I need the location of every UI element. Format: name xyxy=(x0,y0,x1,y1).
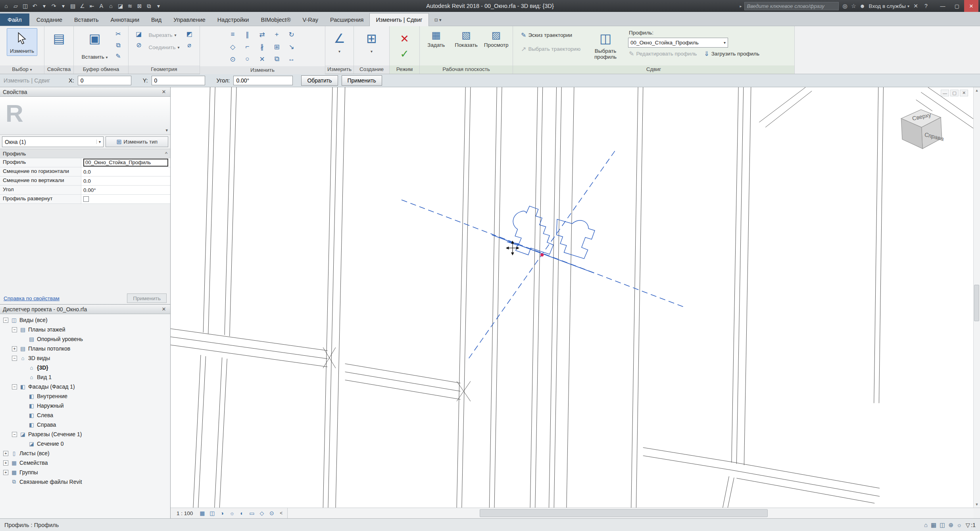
modify-tool-icon-11[interactable]: ○ xyxy=(241,54,254,65)
type-selector-dropdown[interactable]: Окна (1) ▾ xyxy=(2,136,104,147)
modify-tool-icon-9[interactable]: ↘ xyxy=(285,41,298,52)
tree-item[interactable]: −◧Фасады (Фасад 1) xyxy=(0,382,170,391)
tree-item[interactable]: ⌂{3D} xyxy=(0,363,170,372)
viewbar-tool-icon-3[interactable]: ☼ xyxy=(227,509,236,518)
aligned-dimension-icon[interactable]: ⇤ xyxy=(87,1,96,11)
expand-icon[interactable]: + xyxy=(12,346,17,351)
tree-item[interactable]: −◪Разрезы (Сечение 1) xyxy=(0,429,170,439)
tab-вид[interactable]: Вид xyxy=(145,13,167,26)
view-restore-button[interactable]: ▢ xyxy=(950,90,959,96)
tab-вставить[interactable]: Вставить xyxy=(68,13,104,26)
scale-button[interactable]: 1 : 100 xyxy=(173,509,196,518)
tree-item[interactable]: ◧Справа xyxy=(0,420,170,429)
scroll-down-icon[interactable]: ▼ xyxy=(975,501,979,508)
type-preview[interactable]: R ▾ xyxy=(0,97,170,135)
drawing-area[interactable]: Сверху Справа — ▢ ✕ ▲ ▼ xyxy=(171,87,980,518)
tree-item[interactable]: ◧Слева xyxy=(0,410,170,420)
tree-item[interactable]: −◫Виды (все) xyxy=(0,315,170,325)
expand-icon[interactable]: + xyxy=(3,460,8,466)
close-icon[interactable]: ✕ xyxy=(160,306,167,312)
collapse-icon[interactable]: − xyxy=(12,356,17,361)
flip-button[interactable]: Обратить xyxy=(301,75,338,86)
chevron-down-icon[interactable]: ▾ xyxy=(165,128,168,133)
favorites-icon[interactable]: ☆ xyxy=(850,3,858,9)
modify-button[interactable]: Изменить xyxy=(7,28,37,56)
collapse-icon[interactable]: − xyxy=(12,327,17,332)
tree-item[interactable]: ◪Сечение 0 xyxy=(0,439,170,449)
profile-value-input[interactable]: 00_Окно_Стойка_Профиль xyxy=(83,159,168,167)
viewbar-tool-icon-0[interactable]: ▦ xyxy=(198,509,207,518)
scroll-up-icon[interactable]: ▲ xyxy=(975,87,979,94)
modify-tool-icon-12[interactable]: ✕ xyxy=(256,54,269,65)
tree-item[interactable]: +▩Группы xyxy=(0,468,170,477)
viewbar-tool-icon-5[interactable]: ▭ xyxy=(247,509,256,518)
geometry-tool-icon-1[interactable]: ⌀ xyxy=(184,40,195,50)
edit-type-button[interactable]: ⊞ Изменить тип xyxy=(106,136,168,147)
property-value[interactable]: 00_Окно_Стойка_Профиль xyxy=(81,158,170,167)
search-input[interactable] xyxy=(744,2,839,10)
view-minimize-button[interactable]: — xyxy=(941,90,949,96)
geometry-tool-icon-1[interactable]: ⊘ xyxy=(133,40,144,50)
finish-edit-mode-button[interactable]: ✓ xyxy=(396,47,414,61)
modify-tool-icon-7[interactable]: ∦ xyxy=(256,41,269,52)
geometry-tool-icon-0[interactable]: ◪ xyxy=(133,29,144,39)
angle-input[interactable] xyxy=(233,76,293,85)
statusbar-tool-icon-1[interactable]: ▦ xyxy=(931,521,936,529)
x-input[interactable] xyxy=(78,76,131,85)
expand-icon[interactable]: + xyxy=(3,470,8,475)
modify-tool-icon-5[interactable]: ◇ xyxy=(226,41,240,52)
section-icon[interactable]: ◪ xyxy=(116,1,125,11)
undo-icon[interactable]: ↶ xyxy=(30,1,39,11)
viewbar-tool-icon-2[interactable]: ◑ xyxy=(217,509,227,518)
cancel-edit-mode-button[interactable]: ✕ xyxy=(396,32,414,46)
text-icon[interactable]: A xyxy=(97,1,106,11)
tab-файл[interactable]: Файл xyxy=(0,13,29,26)
property-value[interactable]: 0.00° xyxy=(81,186,170,194)
collapse-icon[interactable]: − xyxy=(3,318,8,323)
autodesk-360-icon[interactable]: ✕ xyxy=(912,3,920,9)
property-value[interactable]: 0.0 xyxy=(81,176,170,185)
statusbar-tool-icon-0[interactable]: ⌂ xyxy=(924,521,928,529)
open-icon[interactable]: ▱ xyxy=(11,1,20,11)
search-collapse-icon[interactable]: ▸ xyxy=(740,4,742,8)
viewbar-tool-icon-6[interactable]: ◇ xyxy=(257,509,266,518)
paste-button[interactable]: ▣ Вставить ▾ xyxy=(78,28,111,62)
default-3d-view-icon[interactable]: ⌂ xyxy=(106,1,115,11)
modify-tool-icon-0[interactable]: ≡ xyxy=(226,29,240,40)
selection-filter[interactable]: ▽ :1 xyxy=(966,522,976,528)
tab-управление[interactable]: Управление xyxy=(167,13,211,26)
properties-help-link[interactable]: Справка по свойствам xyxy=(4,295,60,301)
measure-icon[interactable]: ∠ xyxy=(78,1,87,11)
property-value[interactable] xyxy=(81,195,170,203)
tree-item[interactable]: −⌂3D виды xyxy=(0,353,170,363)
viewbar-tool-icon-1[interactable]: ◫ xyxy=(208,509,217,518)
exchange-apps-icon[interactable]: ◎ xyxy=(841,3,849,9)
select-profile-button[interactable]: ◫ Выбрать профиль xyxy=(588,28,623,62)
viewbar-collapse-icon[interactable]: < xyxy=(278,510,284,516)
modify-tool-icon-14[interactable]: ↔ xyxy=(285,54,298,65)
tree-item[interactable]: +▯Листы (все) xyxy=(0,449,170,458)
clipboard-tool-icon-2[interactable]: ✎ xyxy=(113,51,124,61)
tree-item[interactable]: ⌂Вид 1 xyxy=(0,372,170,382)
profile-origin-point[interactable] xyxy=(540,253,544,257)
print-icon[interactable]: ▤ xyxy=(68,1,77,11)
modify-tool-icon-3[interactable]: + xyxy=(270,29,284,40)
geometry-tool-icon-0[interactable]: ◩ xyxy=(184,29,195,39)
properties-palette-button[interactable]: ▤ xyxy=(50,28,68,49)
edit-profile-button[interactable]: ✎ Редактировать профиль xyxy=(628,50,698,58)
close-button[interactable]: ✕ xyxy=(964,0,978,12)
statusbar-tool-icon-4[interactable]: ☼ xyxy=(957,521,962,529)
property-value[interactable]: 0.0 xyxy=(81,167,170,176)
panel-label-properties[interactable]: Свойства xyxy=(44,65,73,74)
close-inactive-windows-icon[interactable]: ⊠ xyxy=(135,1,144,11)
modify-tool-icon-2[interactable]: ⇄ xyxy=(256,29,269,40)
measure-button[interactable]: ∠ ▾ xyxy=(331,28,348,56)
tab-v-ray[interactable]: V-Ray xyxy=(297,13,325,26)
cut-geometry-button[interactable]: Вырезать▾ xyxy=(146,31,182,40)
panel-label-modify[interactable]: Изменить xyxy=(200,66,325,74)
thin-lines-icon[interactable]: ≋ xyxy=(125,1,135,11)
minimize-button[interactable]: — xyxy=(936,0,950,12)
ribbon-display-toggle[interactable]: ⊡ ▾ xyxy=(432,14,444,26)
modify-tool-icon-1[interactable]: ∥ xyxy=(241,29,254,40)
tab-надстройки[interactable]: Надстройки xyxy=(211,13,255,26)
